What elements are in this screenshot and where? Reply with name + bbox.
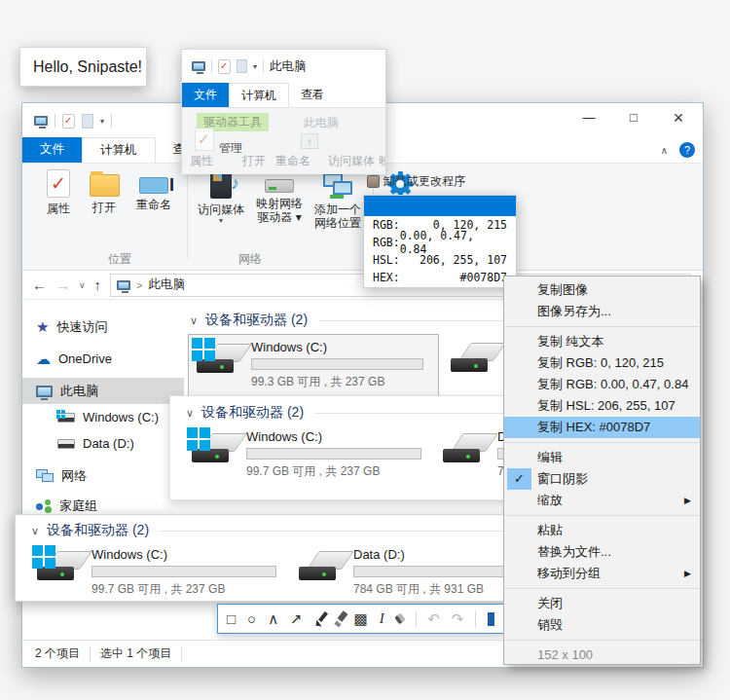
- mosaic-tool-button[interactable]: ▩: [354, 611, 368, 626]
- ribbon-button-add-network-location[interactable]: 添加一个网络位置: [310, 169, 366, 230]
- statusbar-separator: [181, 647, 182, 661]
- sidebar-item-network[interactable]: 网络: [22, 462, 184, 489]
- ellipse-tool-button[interactable]: ○: [247, 611, 256, 626]
- rectangle-tool-button[interactable]: □: [227, 611, 236, 626]
- ribbon-button-map-drive[interactable]: 映射网络驱动器 ▾: [251, 169, 308, 224]
- ribbon-button-rename[interactable]: 重命名: [128, 169, 180, 211]
- menu-item-copy-rgb[interactable]: 复制 RGB: 0, 120, 215: [504, 352, 700, 374]
- group-label-location: 位置: [108, 251, 131, 268]
- new-folder-qat-icon[interactable]: [82, 114, 93, 129]
- properties-qat-icon[interactable]: [62, 114, 75, 129]
- group-label-network: 网络: [238, 251, 262, 268]
- mini-explorer-snip[interactable]: ▾ 此电脑 文件 计算机 查看 驱动器工具 此电脑 ↑ ♪ 管理 属性 打开 重…: [181, 49, 386, 173]
- rename-icon: [139, 177, 168, 194]
- help-icon[interactable]: ?: [679, 142, 695, 158]
- ribbon-button-open[interactable]: 打开: [83, 169, 126, 214]
- qat-dropdown-icon[interactable]: ▾: [100, 117, 104, 126]
- quick-access-star-icon: ★: [36, 318, 49, 336]
- clipped-toolbar-button[interactable]: [488, 612, 494, 626]
- menu-separator: [505, 326, 699, 327]
- faded-label-access-media: 访问媒体: [328, 153, 375, 169]
- redo-button[interactable]: ↷: [452, 611, 464, 626]
- disk-usage-bar: [246, 448, 421, 460]
- sidebar-item-windows-c[interactable]: Windows (C:): [22, 404, 184, 430]
- menu-item-replace-with-file[interactable]: 替换为文件...: [504, 541, 700, 563]
- onedrive-cloud-icon: ☁: [36, 350, 51, 368]
- polyline-tool-button[interactable]: ∧: [268, 611, 278, 626]
- menu-item-zoom[interactable]: 缩放 ▶: [504, 490, 700, 511]
- menu-item-destroy[interactable]: 销毁: [504, 614, 700, 636]
- color-row-rgb-float: RGB:0.00, 0.47, 0.84: [364, 234, 516, 251]
- ribbon-button-access-media[interactable]: ♪ 访问媒体 ▾: [193, 169, 249, 225]
- tab-computer[interactable]: 计算机: [82, 137, 156, 163]
- menu-item-copy-hex[interactable]: 复制 HEX: #0078D7: [504, 417, 700, 438]
- drive-tile-windows-c[interactable]: Windows (C:) 99.3 GB 可用 , 共 237 GB: [188, 334, 439, 396]
- tab-file[interactable]: 文件: [22, 137, 82, 163]
- menu-item-copy-image[interactable]: 复制图像: [504, 279, 700, 301]
- separator: [55, 114, 55, 128]
- windows-drive-icon: [57, 413, 75, 423]
- arrow-tool-button[interactable]: ↗: [290, 611, 303, 626]
- menu-item-edit[interactable]: 编辑: [504, 447, 700, 468]
- menu-item-copy-rgb-float[interactable]: 复制 RGB: 0.00, 0.47, 0.84: [504, 374, 700, 395]
- ribbon-button-properties[interactable]: 属性: [36, 169, 81, 215]
- sidebar-item-data-d[interactable]: Data (D:): [22, 430, 184, 457]
- menu-item-copy-hsl[interactable]: 复制 HSL: 206, 255, 107: [504, 395, 700, 417]
- ribbon-button-uninstall-program[interactable]: 卸载或更改程序: [367, 173, 465, 190]
- hard-drive-icon: [449, 339, 497, 378]
- mini-titlebar: ▾ 此电脑: [182, 50, 385, 83]
- quick-access-toolbar: ▾: [34, 114, 112, 129]
- menu-item-paste[interactable]: 粘贴: [504, 520, 700, 541]
- menu-item-window-shadow[interactable]: ✓ 窗口阴影: [504, 468, 700, 490]
- selected-snip-bottom[interactable]: ∨ 设备和驱动器 (2) Windows (C:) 99.7 GB 可用 , 共…: [15, 514, 545, 602]
- menu-item-close[interactable]: 关闭: [504, 593, 700, 614]
- eraser-tool-button[interactable]: [394, 613, 406, 625]
- faded-title: 此电脑: [304, 115, 339, 131]
- faded-properties-icon: [195, 128, 214, 151]
- hard-drive-icon: [190, 429, 238, 468]
- page-qat-icon: [237, 59, 247, 73]
- manage-tab-label: 管理: [219, 140, 242, 157]
- collapse-ribbon-icon[interactable]: ∧: [661, 145, 668, 156]
- hard-drive-icon: [297, 547, 346, 586]
- faded-label-open: 打开: [242, 153, 266, 169]
- forward-button[interactable]: →: [55, 276, 70, 293]
- network-icon: [36, 469, 54, 482]
- color-picker-snip[interactable]: RGB:0, 120, 215 RGB:0.00, 0.47, 0.84 HSL…: [363, 195, 517, 288]
- collapse-section-icon[interactable]: ∨: [190, 314, 198, 327]
- section-header-devices: ∨ 设备和驱动器 (2): [29, 522, 544, 539]
- hello-snip[interactable]: Hello, Snipaste!: [19, 47, 147, 87]
- sidebar-item-quick-access[interactable]: ★ 快速访问: [22, 313, 184, 340]
- up-button[interactable]: ↑: [94, 276, 102, 293]
- pencil-tool-button[interactable]: [314, 611, 322, 626]
- hard-drive-icon: [35, 547, 84, 586]
- menu-item-save-image-as[interactable]: 图像另存为...: [504, 301, 700, 322]
- homegroup-icon: [36, 499, 52, 513]
- add-network-location-icon: [323, 173, 352, 199]
- menu-item-move-to-group[interactable]: 移动到分组 ▶: [504, 563, 700, 584]
- text-tool-button[interactable]: I: [380, 611, 384, 626]
- minimize-button[interactable]: —: [566, 103, 611, 134]
- recent-locations-icon[interactable]: ∨: [79, 280, 86, 290]
- drive-tile-windows-c: Windows (C:) 99.7 GB 可用 , 共 237 GB: [29, 542, 291, 603]
- mini-ribbon: 驱动器工具 此电脑 ↑ ♪ 管理 属性 打开 重命名 访问媒体 映: [182, 107, 385, 174]
- this-pc-icon: [117, 280, 130, 290]
- separator: [111, 114, 112, 128]
- sidebar-item-this-pc[interactable]: 此电脑: [22, 378, 184, 404]
- marker-tool-button[interactable]: [334, 611, 342, 626]
- mini-window-title: 此电脑: [270, 58, 307, 75]
- map-network-drive-icon: [265, 179, 294, 193]
- back-button[interactable]: ←: [32, 276, 47, 293]
- properties-qat-icon: [218, 59, 231, 74]
- breadcrumb[interactable]: 此电脑: [149, 276, 186, 293]
- maximize-button[interactable]: □: [611, 103, 656, 134]
- sidebar-item-onedrive[interactable]: ☁ OneDrive: [22, 346, 184, 372]
- close-button[interactable]: ×: [656, 103, 701, 134]
- pasted-snip-middle[interactable]: ∨ 设备和驱动器 (2) Windows (C:) 99.7 GB 可用 , 共…: [169, 395, 547, 500]
- menu-item-copy-plain-text[interactable]: 复制 纯文本: [504, 331, 700, 352]
- windows-logo-icon: [192, 338, 215, 361]
- undo-button[interactable]: ↶: [427, 611, 440, 626]
- qat-dropdown-icon: ▾: [253, 62, 257, 71]
- data-drive-icon: [57, 439, 75, 449]
- menu-separator: [505, 588, 699, 589]
